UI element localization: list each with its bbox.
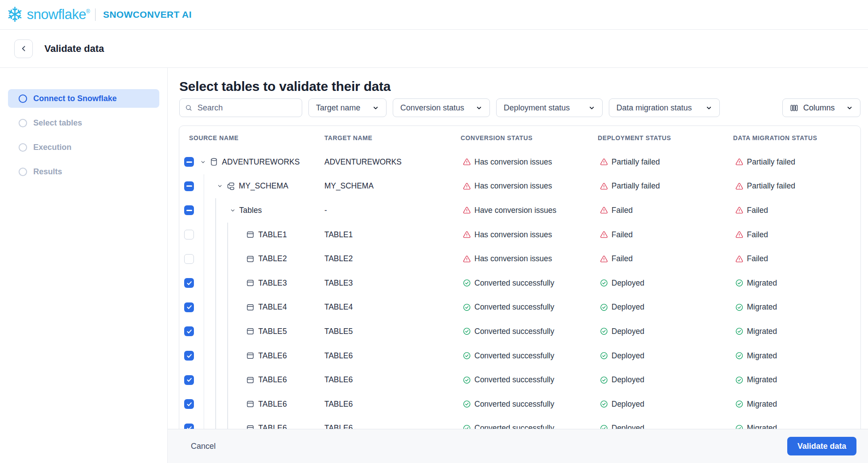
check-icon	[186, 304, 193, 310]
back-button[interactable]	[14, 39, 33, 58]
warning-icon	[735, 206, 744, 215]
column-header-target-name: TARGET NAME	[324, 134, 461, 141]
status-text: Converted successfully	[474, 279, 554, 288]
table-row: TABLE2TABLE2Has conversion issuesFailedF…	[179, 247, 860, 271]
table-icon	[246, 230, 255, 239]
deployment-status: Failed	[598, 254, 733, 263]
conversion-status: Have conversion issues	[461, 206, 598, 215]
indeterminate-mark-icon	[186, 185, 192, 187]
table-row: TABLE1TABLE1Has conversion issuesFailedF…	[179, 223, 860, 247]
sidebar-step-execution[interactable]: Execution	[8, 138, 159, 157]
chevron-down-icon	[846, 105, 853, 111]
columns-label: Columns	[803, 103, 835, 113]
columns-button[interactable]: Columns	[782, 98, 860, 117]
target-name: ADVENTUREWORKS	[324, 157, 461, 167]
row-checkbox[interactable]	[184, 157, 194, 167]
source-name: TABLE5	[258, 327, 287, 336]
row-checkbox[interactable]	[184, 326, 194, 336]
row-checkbox[interactable]	[184, 230, 194, 239]
validate-data-button[interactable]: Validate data	[787, 437, 856, 455]
conversion-status: Converted successfully	[461, 279, 598, 288]
migration-status: Migrated	[733, 351, 860, 361]
status-text: Deployed	[612, 327, 644, 336]
tree-guide-line	[215, 198, 216, 434]
conversion-status: Converted successfully	[461, 400, 598, 409]
status-text: Deployed	[612, 302, 644, 312]
source-name: TABLE1	[258, 230, 287, 239]
migration-status: Migrated	[733, 302, 860, 312]
conversion-status: Has conversion issues	[461, 254, 598, 263]
table-icon	[246, 376, 255, 385]
warning-icon	[600, 230, 608, 239]
success-icon	[600, 327, 608, 336]
top-header: ❄ snowflake® SNOWCONVERT AI	[0, 0, 868, 30]
expand-toggle[interactable]	[217, 183, 223, 189]
status-text: Have conversion issues	[474, 206, 556, 215]
success-icon	[600, 303, 608, 312]
row-checkbox[interactable]	[184, 302, 194, 312]
cancel-button[interactable]: Cancel	[191, 442, 216, 451]
filter-dropdown-conversion-status[interactable]: Conversion status	[393, 98, 490, 117]
source-name: ADVENTUREWORKS	[222, 157, 300, 167]
row-checkbox[interactable]	[184, 278, 194, 288]
step-label: Select tables	[33, 118, 82, 128]
row-checkbox[interactable]	[184, 375, 194, 385]
chevron-left-icon	[20, 45, 28, 52]
success-icon	[600, 376, 608, 385]
target-name: -	[324, 206, 461, 215]
migration-status: Partially failed	[733, 157, 860, 167]
status-text: Failed	[612, 254, 633, 263]
filter-dropdown-data-migration-status[interactable]: Data migration status	[609, 98, 720, 117]
filter-dropdown-deployment-status[interactable]: Deployment status	[496, 98, 603, 117]
sidebar-step-select-tables[interactable]: Select tables	[8, 114, 159, 132]
row-checkbox[interactable]	[184, 399, 194, 409]
chevron-down-icon	[476, 105, 482, 111]
row-checkbox[interactable]	[184, 181, 194, 191]
status-text: Deployed	[612, 279, 644, 288]
sidebar-step-connect-to-snowflake[interactable]: Connect to Snowflake	[8, 89, 159, 108]
migration-status: Migrated	[733, 400, 860, 409]
table-row: MY_SCHEMAMY_SCHEMAHas conversion issuesP…	[179, 174, 860, 199]
warning-icon	[462, 182, 471, 191]
page-title-bar: Validate data	[0, 30, 868, 68]
success-icon	[735, 303, 744, 312]
expand-toggle[interactable]	[200, 159, 206, 165]
row-checkbox[interactable]	[184, 205, 194, 215]
row-checkbox[interactable]	[184, 351, 194, 361]
warning-icon	[600, 206, 608, 215]
success-icon	[600, 351, 608, 360]
migration-status: Failed	[733, 254, 860, 263]
deployment-status: Deployed	[598, 375, 733, 385]
chevron-down-icon	[588, 105, 595, 111]
search-input[interactable]	[197, 103, 296, 113]
status-text: Failed	[747, 206, 768, 215]
success-icon	[462, 303, 471, 312]
status-text: Has conversion issues	[474, 230, 552, 239]
target-name: TABLE1	[324, 230, 461, 239]
status-text: Failed	[612, 230, 633, 239]
status-text: Failed	[747, 230, 768, 239]
step-radio-icon	[19, 119, 27, 127]
migration-status: Migrated	[733, 279, 860, 288]
row-checkbox[interactable]	[184, 254, 194, 264]
warning-icon	[735, 157, 744, 166]
sidebar-step-results[interactable]: Results	[8, 162, 159, 181]
brand-divider	[95, 8, 96, 21]
chevron-down-icon	[706, 105, 712, 111]
chevron-down-icon	[200, 159, 206, 165]
expand-toggle[interactable]	[230, 208, 236, 213]
section-heading: Select tables to validate their data	[179, 79, 868, 94]
filter-dropdown-target-name[interactable]: Target name	[308, 98, 387, 117]
success-icon	[462, 279, 471, 287]
table-row: TABLE6TABLE6Converted successfullyDeploy…	[179, 344, 860, 368]
table-row: TABLE6TABLE6Converted successfullyDeploy…	[179, 392, 860, 416]
table-header: SOURCE NAMETARGET NAMECONVERSION STATUSD…	[179, 126, 860, 150]
column-header-conversion-status: CONVERSION STATUS	[461, 134, 598, 141]
filter-label: Data migration status	[616, 103, 692, 113]
tables-card: SOURCE NAMETARGET NAMECONVERSION STATUSD…	[179, 126, 861, 434]
source-name: TABLE6	[258, 351, 287, 361]
deployment-status: Deployed	[598, 302, 733, 312]
brand-name: snowflake®	[27, 7, 90, 23]
tree-guide-line	[227, 223, 228, 434]
status-text: Partially failed	[747, 157, 795, 167]
